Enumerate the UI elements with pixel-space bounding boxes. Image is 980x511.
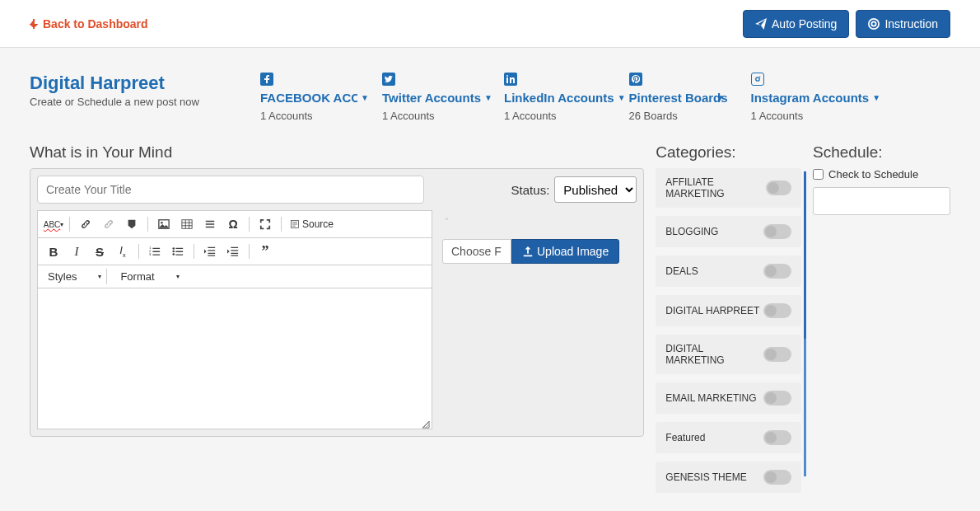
schedule-checkbox-wrap[interactable]: Check to Schedule	[813, 168, 950, 180]
facebook-icon	[260, 73, 273, 86]
caret-icon: ▼	[484, 93, 492, 102]
account-twitter[interactable]: Twitter Accounts▼ 1 Accounts	[382, 73, 501, 122]
top-buttons: Auto Posting Instruction	[743, 10, 950, 38]
italic-button[interactable]: I	[66, 241, 87, 261]
main-row: What is in Your Mind Status: Published A…	[30, 143, 950, 501]
editor-box: Status: Published ABC▾	[30, 168, 644, 437]
resize-handle-icon[interactable]	[420, 417, 430, 427]
removeformat-button[interactable]: Ix	[112, 241, 133, 261]
account-instagram[interactable]: Instagram Accounts▼ 1 Accounts	[751, 73, 881, 122]
maximize-button[interactable]	[254, 214, 276, 234]
account-sub: 1 Accounts	[504, 110, 557, 122]
upload-row: Choose F Upload Image	[442, 239, 637, 264]
toolbar-row-2: B I S Ix 123 ”	[38, 238, 432, 265]
title-input[interactable]	[37, 176, 424, 204]
image-button[interactable]	[153, 214, 175, 234]
toolbar-row-3: Styles▾ Format▾	[38, 265, 432, 288]
editor-textarea[interactable]	[38, 288, 432, 429]
numbered-list-button[interactable]: 123	[144, 241, 166, 261]
auto-posting-button[interactable]: Auto Posting	[743, 10, 849, 38]
instagram-icon	[751, 73, 764, 86]
category-item: DIGITAL HARPREET	[656, 295, 801, 326]
outdent-button[interactable]	[199, 241, 221, 261]
back-label: Back to Dashboard	[43, 17, 148, 30]
schedule-date-input[interactable]	[813, 187, 950, 215]
schedule-checkbox[interactable]	[813, 169, 824, 180]
toggle[interactable]	[766, 180, 791, 195]
account-linkedin[interactable]: LinkedIn Accounts▼ 1 Accounts	[504, 73, 626, 122]
category-item: AFFILIATE MARKETING	[656, 168, 801, 208]
twitter-icon	[382, 73, 395, 86]
schedule-title: Schedule:	[813, 143, 950, 162]
schedule-check-label: Check to Schedule	[828, 168, 918, 180]
back-to-dashboard-link[interactable]: Back to Dashboard	[30, 17, 148, 30]
brand-subtitle: Create or Schedule a new post now	[30, 96, 244, 108]
category-item: GENESIS THEME	[656, 462, 801, 493]
toolbar-row-1: ABC▾ Ω	[38, 211, 432, 238]
separator	[147, 217, 148, 232]
bold-button[interactable]: B	[43, 241, 64, 261]
specialchar-button[interactable]: Ω	[222, 214, 244, 234]
choose-file-input[interactable]: Choose F	[442, 239, 511, 264]
separator	[138, 244, 139, 259]
anchor-button[interactable]	[121, 214, 142, 234]
separator	[194, 244, 194, 259]
link-button[interactable]	[75, 214, 96, 234]
back-arrow-icon	[30, 19, 38, 29]
indent-button[interactable]	[222, 241, 244, 261]
editor-body: ABC▾ Ω	[37, 210, 637, 429]
category-item: Featured	[656, 422, 801, 453]
toggle[interactable]	[763, 224, 791, 239]
blockquote-button[interactable]: ”	[254, 241, 276, 261]
toggle[interactable]	[763, 470, 791, 485]
category-item: EMAIL MARKETING	[656, 382, 801, 414]
account-label: FACEBOOK ACCOUNT▼	[260, 91, 369, 105]
categories-column: Categories: AFFILIATE MARKETING BLOGGING…	[656, 143, 801, 501]
account-sub: 1 Accounts	[751, 110, 804, 122]
status-label: Status:	[511, 183, 550, 197]
editor-section-title: What is in Your Mind	[30, 143, 644, 162]
life-ring-icon	[868, 18, 880, 30]
caret-icon: ▼	[618, 93, 626, 102]
toggle[interactable]	[763, 264, 791, 279]
separator	[249, 217, 250, 232]
account-pinterest[interactable]: Pinterest Boards▼ 26 Boards	[629, 73, 748, 122]
toggle[interactable]	[763, 303, 791, 318]
styles-dropdown[interactable]: Styles▾	[43, 269, 107, 284]
bulleted-list-button[interactable]	[167, 241, 189, 261]
table-button[interactable]	[176, 214, 198, 234]
source-label: Source	[302, 218, 334, 230]
account-label: Pinterest Boards▼	[629, 91, 725, 105]
svg-point-2	[755, 77, 758, 81]
strike-button[interactable]: S	[89, 241, 110, 261]
status-select[interactable]: Published	[554, 176, 637, 203]
source-button[interactable]: Source	[287, 214, 337, 234]
upload-icon	[522, 246, 534, 257]
account-label: LinkedIn Accounts▼	[504, 91, 626, 105]
svg-point-0	[869, 18, 879, 28]
format-dropdown[interactable]: Format▾	[115, 269, 184, 284]
toggle[interactable]	[763, 347, 791, 362]
unlink-button[interactable]	[98, 214, 119, 234]
upload-column: ▫ Choose F Upload Image	[442, 210, 637, 429]
category-item: BLOGGING	[656, 216, 801, 247]
scrollbar[interactable]	[804, 171, 806, 476]
separator	[249, 244, 250, 259]
toggle[interactable]	[763, 430, 791, 445]
rich-text-editor: ABC▾ Ω	[37, 210, 432, 429]
paper-plane-icon	[755, 18, 767, 30]
account-sub: 26 Boards	[629, 110, 678, 122]
spellcheck-button[interactable]: ABC▾	[43, 214, 64, 234]
editor-column: What is in Your Mind Status: Published A…	[30, 143, 644, 501]
caret-icon: ▼	[872, 93, 880, 102]
separator	[69, 217, 70, 232]
account-facebook[interactable]: FACEBOOK ACCOUNT▼ 1 Accounts	[260, 73, 379, 122]
hr-button[interactable]	[199, 214, 221, 234]
upload-image-button[interactable]: Upload Image	[511, 239, 619, 264]
separator	[281, 217, 282, 232]
instruction-button[interactable]: Instruction	[856, 10, 950, 38]
caret-icon: ▼	[716, 93, 725, 102]
toggle[interactable]	[763, 391, 791, 406]
accounts-row: FACEBOOK ACCOUNT▼ 1 Accounts Twitter Acc…	[260, 73, 950, 122]
categories-title: Categories:	[656, 143, 801, 162]
